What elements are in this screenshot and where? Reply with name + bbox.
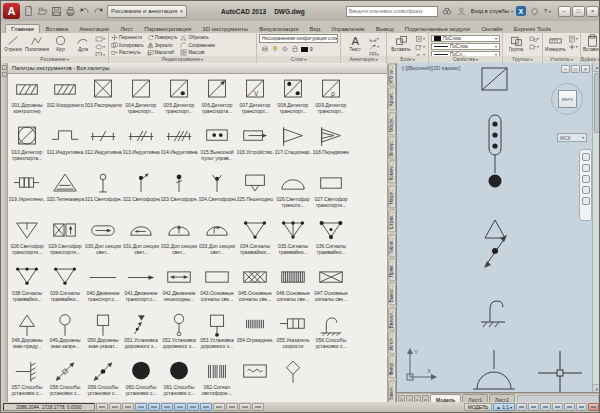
palette-item[interactable]: 001.Дорожны контроллер [8,76,46,123]
toggle-qp[interactable] [239,403,251,411]
search-input[interactable] [349,8,427,14]
palette-tab-Обору...[interactable]: Обору... [388,112,396,135]
ribbon-tab-Онлайн[interactable]: Онлайн [476,25,507,33]
bulb-icon[interactable] [271,45,279,54]
panel-title-Рисование[interactable]: Рисование [1,56,108,63]
array-button[interactable]: Массив [180,49,215,56]
quick-view-drawings-icon[interactable] [528,403,539,411]
palette-tab-Вынос...[interactable]: Вынос... [388,282,396,305]
model-space-button[interactable]: МОДЕЛЬ [464,403,492,411]
save-icon[interactable] [50,5,63,18]
scroll-up-icon[interactable]: ▲ [593,63,600,72]
palette-item[interactable]: 033.Доп секции свет... [198,217,236,264]
ungroup-icon[interactable]: ▾ [529,35,540,42]
palette-item[interactable]: 020.Телекамера... [46,170,84,217]
paste-button[interactable]: Вставить [583,34,600,52]
group-button[interactable]: Группа [505,34,527,52]
gedit-icon[interactable]: ▾ [529,43,540,50]
doc-restore-button[interactable]: □ [571,65,580,73]
palette-item[interactable]: 061.Способы установки с... [160,358,198,404]
palette-item[interactable]: 029.Светофор транспортн... [46,217,84,264]
palette-tab-Архит...[interactable]: Архит... [388,87,396,110]
panel-title-Аннотации[interactable]: Аннотации [341,56,386,63]
rotate-button[interactable]: Повернуть [147,34,178,42]
palette-item[interactable]: 012.Индуктивна... [84,123,122,170]
palette-item[interactable]: 019.Укреплени... [8,170,46,217]
leadertool-icon[interactable]: ▾ [369,43,380,50]
palette-item[interactable]: 024.Светофорна... [198,170,236,217]
workspace-dropdown[interactable]: Рисование и аннотация ▾ [107,5,187,18]
palette-item[interactable]: 057.Способы установки с... [8,358,46,404]
ribbon-tab-Вид[interactable]: Вид [304,25,325,33]
palette-item[interactable]: 017.Стационар... [274,123,312,170]
maximize-button[interactable]: □ [572,6,585,17]
plot-icon[interactable] [64,5,77,18]
minimize-button[interactable]: – [558,6,571,17]
panel-title-Блок[interactable]: Блок [387,56,428,63]
palette-item[interactable]: 018.Передвижн... [312,123,350,170]
diag-square-object[interactable] [481,67,508,96]
palette-item[interactable] [236,358,274,404]
toggle-lwt[interactable] [213,403,225,411]
doc-close-button[interactable]: × [581,65,590,73]
palette-item[interactable]: 038.Сигналы трамвайно... [8,264,46,311]
ribbon-tab-Лист[interactable]: Лист [115,25,138,33]
palette-item[interactable]: 014.Индуктивна... [160,123,198,170]
navigation-bar[interactable] [579,149,592,221]
palette-item[interactable]: 023.Светофорн... [160,170,198,217]
bcreate-icon[interactable]: ▾ [415,35,426,42]
layer-config-dropdown[interactable]: Несохраненная конфигурация сло▾ [259,34,338,43]
palette-tab-Табли...[interactable]: Табли... [388,234,396,257]
circle-button[interactable]: Круг [51,34,71,52]
ellipsetool-icon[interactable]: ▾ [95,43,106,50]
palette-item[interactable]: 043.Основные сигналы све... [198,264,236,311]
palette-item[interactable]: 039.Сигналы трамвайно... [46,264,84,311]
toggle-sc[interactable] [252,403,264,411]
palette-item[interactable]: 049.Дорожны знак-запре... [46,311,84,358]
binoculars-icon[interactable] [441,5,453,17]
palette-item[interactable]: 005.Детектор транспорт... [160,76,198,123]
ribbon-tab-Аннотации[interactable]: Аннотации [74,25,114,33]
ribbon-tab-Параметризация[interactable]: Параметризация [139,25,196,33]
palette-item[interactable]: 050.Дорожны знак-указат... [84,311,122,358]
line-button[interactable]: Отрезок [3,34,23,52]
hook-object[interactable] [477,295,507,332]
workspace-gear-icon[interactable] [564,403,575,411]
annotation-autoscale-icon[interactable] [552,403,563,411]
pan-icon[interactable] [582,164,590,172]
annotation-visibility-icon[interactable] [540,403,551,411]
palette-item[interactable]: 034.Сигналы трамвайног... [236,217,274,264]
palette-item[interactable]: 060.Способы установки с... [122,358,160,404]
ribbon-tab-Главная[interactable]: Главная [5,24,40,33]
palette-tab-Прям...[interactable]: Прям... [388,258,396,281]
palette-tab-УГО ул...[interactable]: УГО ул... [388,63,396,86]
toggle-dyn[interactable] [200,403,212,411]
palette-item[interactable]: 059.Способы установки с... [84,358,122,404]
layer-color-swatch[interactable] [301,47,308,52]
app-logo-button[interactable]: A [3,3,20,19]
idpt-icon[interactable]: ▾ [568,43,579,50]
palette-item[interactable]: 056.Способы установки с... [312,311,350,358]
palette-tab-Визуал...[interactable]: Визуал... [388,307,396,330]
drawing-canvas[interactable]: [-][Верхний][2D каркас] –□× ВЕРХ МСК▾ [397,63,600,393]
layerprops-icon[interactable] [261,45,269,54]
toggle-grid[interactable] [109,403,121,411]
help-menu[interactable]: ?▾ [544,8,551,14]
palette-item[interactable]: 026.Светофор транспо... [274,170,312,217]
palette-tab-Штрих...[interactable]: Штрих... [388,209,396,232]
toolbar-lock-icon[interactable] [576,403,587,411]
palette-item[interactable]: 047.Основные сигналы све... [312,264,350,311]
trim-button[interactable]: Обрезать [180,34,215,42]
palette-item[interactable]: 042.Движение пешеходны... [160,264,198,311]
communication-center-icon[interactable] [529,5,541,17]
move-button[interactable]: Перенести [111,34,144,42]
palette-item[interactable]: 016.Устройство... [236,123,274,170]
dimtool-icon[interactable]: ▾ [369,35,380,42]
dome-light-object[interactable] [471,349,517,393]
panel-title-Свойства[interactable]: Свойства [429,56,502,63]
doc-minimize-button[interactable]: – [561,65,570,73]
bedit-icon[interactable]: ▾ [415,43,426,50]
ribbon-tab-Вывод[interactable]: Вывод [371,25,399,33]
palette-item[interactable]: 041.Движение транспорт.с... [122,264,160,311]
palette-item[interactable]: 002.Координатор [46,76,84,123]
